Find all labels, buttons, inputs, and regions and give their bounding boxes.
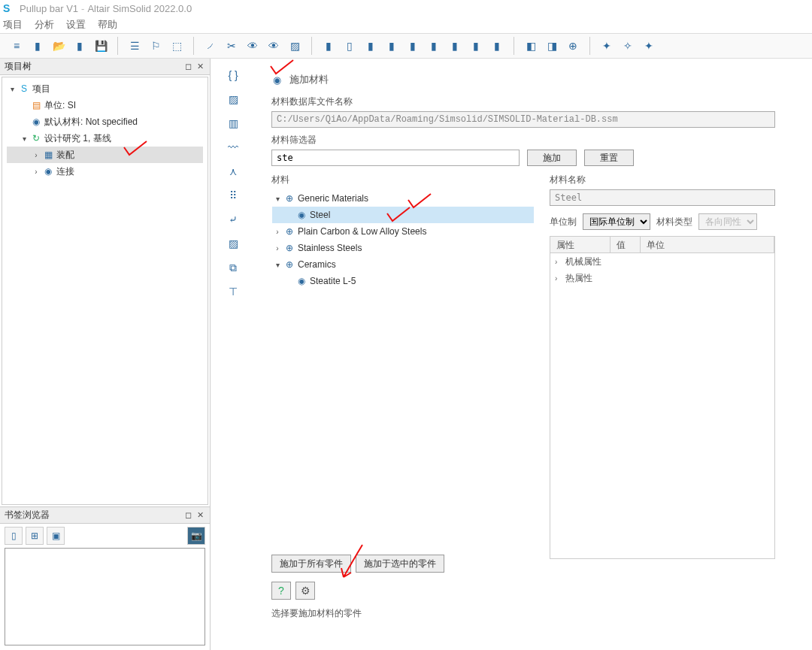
analysis2-icon[interactable]: ◨ [543,37,561,55]
detach-icon[interactable]: ◻ [183,62,193,72]
hatch7-icon[interactable]: ▮ [467,37,485,55]
detach-bookmark-icon[interactable]: ◻ [183,510,193,521]
material-type-select[interactable]: 各向同性 [698,213,757,230]
menu-help[interactable]: 帮助 [98,18,117,32]
folder-icon[interactable]: ▮ [71,37,89,55]
app-logo-icon: S [3,2,15,14]
mat-steel[interactable]: ◉ Steel [272,207,534,223]
bookmark-header: 书签浏览器 ◻ ✕ [0,507,210,524]
result3-icon[interactable]: ✦ [640,37,658,55]
col-value[interactable]: 值 [611,237,641,252]
gear-icon[interactable]: ⚙ [295,582,315,600]
filter-input[interactable] [271,150,520,166]
new-icon[interactable]: ▮ [29,37,47,55]
hatch2-icon[interactable]: ▮ [362,37,380,55]
box-icon[interactable]: ⬚ [168,37,186,55]
col-attr[interactable]: 属性 [550,237,611,252]
app-name: Altair SimSolid 2022.0.0 [87,3,192,14]
camera-icon[interactable]: 📷 [187,527,205,545]
vt-hatch1-icon[interactable]: ▨ [223,90,244,108]
materials-label: 材料 [271,174,535,186]
property-table-header: 属性 值 单位 [550,237,774,253]
bookmark-open-icon[interactable]: ▯ [5,527,23,545]
hatch1-icon[interactable]: ▮ [320,37,338,55]
mat-steatite[interactable]: ◉ Steatite L-5 [272,273,534,289]
open-icon[interactable]: 📂 [50,37,68,55]
hatch6-icon[interactable]: ▮ [446,37,464,55]
mat-plain-carbon[interactable]: ›⊕ Plain Carbon & Low Alloy Steels [272,223,534,240]
vt-duplicate-icon[interactable]: ⧉ [223,258,244,277]
reset-filter-button[interactable]: 重置 [584,150,634,166]
document-title: Pullup bar V1 [20,3,78,14]
apply-selected-button[interactable]: 施加于选中的零件 [356,555,444,573]
hatch4-icon[interactable]: ▮ [404,37,422,55]
tree-design-study[interactable]: ▾↻ 设计研究 1, 基线 [7,130,203,147]
measure-icon[interactable]: ⟋ [201,37,220,55]
project-tree-header: 项目树 ◻ ✕ [0,59,210,75]
material-icon: ◉ [273,74,285,86]
db-file-input[interactable] [271,111,775,128]
db-file-label: 材料数据库文件名称 [271,95,789,108]
apply-filter-button[interactable]: 施加 [527,150,577,166]
close-icon[interactable]: ✕ [195,62,205,72]
vt-hatch2-icon[interactable]: ▥ [223,114,244,132]
vt-hatch3-icon[interactable]: ▨ [223,234,244,252]
unit-system-select[interactable]: 国际单位制 [583,213,650,230]
help-icon[interactable]: ? [271,582,291,600]
col-unit[interactable]: 单位 [641,237,774,252]
tree-default-material[interactable]: ◉ 默认材料: Not specified [7,113,203,130]
cut-icon[interactable]: ✂ [223,37,241,55]
vt-curve-icon[interactable]: ⤶ [223,210,244,228]
material-name-label: 材料名称 [550,174,789,186]
result2-icon[interactable]: ✧ [619,37,637,55]
vt-grid-icon[interactable]: ⠿ [223,186,244,204]
apply-all-button[interactable]: 施加于所有零件 [271,555,351,573]
bookmark-add-icon[interactable]: ⊞ [26,527,44,545]
database-icon[interactable]: ≡ [8,37,26,55]
frame-icon[interactable]: ▯ [341,37,359,55]
close-bookmark-icon[interactable]: ✕ [195,510,205,521]
compass-icon[interactable]: ⊕ [564,37,582,55]
bookmark-toolbar: ▯ ⊞ ▣ 📷 [0,524,210,548]
hatch8-icon[interactable]: ▮ [488,37,506,55]
project-tree[interactable]: ▾S 项目 ▤ 单位: SI ◉ 默认材料: Not specified ▾↻ … [2,77,208,505]
bookmark-dup-icon[interactable]: ▣ [47,527,65,545]
material-name-input[interactable] [550,189,775,206]
save-icon[interactable]: 💾 [92,37,110,55]
property-table[interactable]: 属性 值 单位 › 机械属性 › 热属性 [550,236,775,559]
mat-ceramics[interactable]: ▾⊕ Ceramics [272,256,534,273]
menu-bar: 项目 分析 设置 帮助 [0,17,812,33]
tree-connections[interactable]: ›◉ 连接 [7,163,203,180]
vt-axis-icon[interactable]: ⋏ [223,162,244,180]
menu-settings[interactable]: 设置 [66,18,86,32]
prop-thermal[interactable]: › 热属性 [550,270,774,286]
select-icon[interactable]: ▨ [286,37,304,55]
view-icon[interactable]: 👁 [244,37,262,55]
menu-project[interactable]: 项目 [3,18,23,32]
hatch3-icon[interactable]: ▮ [383,37,401,55]
mat-stainless[interactable]: ›⊕ Stainless Steels [272,240,534,256]
list-icon[interactable]: ☰ [126,37,144,55]
mat-generic[interactable]: ▾⊕ Generic Materials [272,190,534,207]
analysis1-icon[interactable]: ◧ [522,37,540,55]
flag-icon[interactable]: ⚐ [147,37,165,55]
title-bar: S Pullup bar V1 - Altair SimSolid 2022.0… [0,0,812,17]
vt-chain-icon[interactable]: ⊤ [223,283,244,301]
vt-constraint-icon[interactable]: { } [223,66,244,84]
material-dialog: ◉ 施加材料 材料数据库文件名称 材料筛选器 施加 重置 [271,71,789,621]
bookmark-body[interactable] [5,548,205,645]
vt-wave-icon[interactable]: 〰 [223,138,244,156]
result1-icon[interactable]: ✦ [598,37,616,55]
material-dialog-header: ◉ 施加材料 [271,71,789,88]
show-icon[interactable]: 👁 [265,37,283,55]
prop-mechanical[interactable]: › 机械属性 [550,253,774,270]
material-tree[interactable]: ▾⊕ Generic Materials ◉ Steel ›⊕ Plain Ca… [271,189,535,550]
bookmark-title: 书签浏览器 [5,509,181,522]
vertical-toolbar: { } ▨ ▥ 〰 ⋏ ⠿ ⤶ ▨ ⧉ ⊤ [211,59,256,650]
tree-unit[interactable]: ▤ 单位: SI [7,97,203,113]
tree-assembly[interactable]: ›▦ 装配 [7,147,203,163]
menu-analysis[interactable]: 分析 [35,18,54,32]
status-text: 选择要施加材料的零件 [271,607,789,620]
tree-root[interactable]: ▾S 项目 [7,80,203,97]
hatch5-icon[interactable]: ▮ [425,37,443,55]
